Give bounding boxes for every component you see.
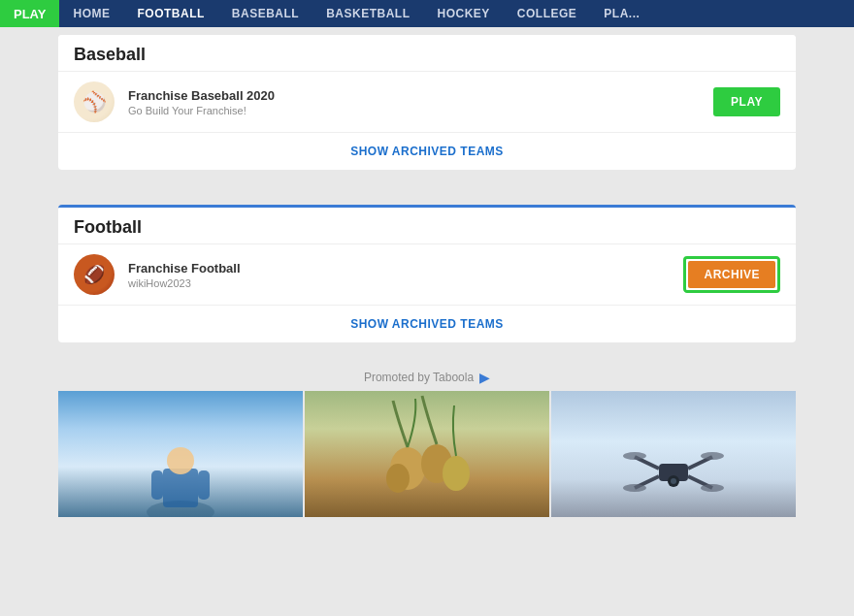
svg-rect-4 <box>198 470 210 500</box>
baseball-team-name: Franchise Baseball 2020 <box>128 88 713 103</box>
football-section: Football 🏈 Franchise Football wikiHow202… <box>58 205 796 342</box>
svg-point-2 <box>167 447 194 474</box>
baseball-show-archived[interactable]: SHOW ARCHIVED TEAMS <box>58 132 796 170</box>
football-title-bar: Football <box>58 208 796 243</box>
promoted-bar: Promoted by Taboola ▶ <box>58 360 796 391</box>
baseball-play-button[interactable]: PLAY <box>713 87 780 116</box>
baseball-title-bar: Baseball <box>58 35 796 71</box>
nav-item-hockey[interactable]: HOCKEY <box>423 0 503 27</box>
nav-item-football[interactable]: FOOTBALL <box>123 0 217 27</box>
ad-vegetables[interactable] <box>305 391 549 517</box>
nav-item-college[interactable]: COLLEGE <box>504 0 591 27</box>
football-team-subtitle: wikiHow2023 <box>128 277 683 289</box>
svg-point-14 <box>623 452 646 460</box>
main-content: Baseball ⚾ Franchise Baseball 2020 Go Bu… <box>0 35 854 517</box>
svg-point-19 <box>671 478 676 484</box>
nav-item-basketball[interactable]: BASKETBALL <box>312 0 423 27</box>
baseball-team-row: ⚾ Franchise Baseball 2020 Go Build Your … <box>58 71 796 132</box>
ad-drone[interactable] <box>551 391 796 517</box>
football-team-info: Franchise Football wikiHow2023 <box>128 261 683 289</box>
baseball-team-info: Franchise Baseball 2020 Go Build Your Fr… <box>128 88 713 116</box>
ad-row <box>58 391 796 517</box>
svg-point-7 <box>443 456 470 491</box>
football-team-row: 🏈 Franchise Football wikiHow2023 ARCHIVE <box>58 243 796 305</box>
main-nav: PLAY HOME FOOTBALL BASEBALL BASKETBALL H… <box>0 0 854 27</box>
football-team-name: Franchise Football <box>128 261 683 276</box>
baseball-team-subtitle: Go Build Your Franchise! <box>128 105 713 116</box>
baseball-section-title: Baseball <box>74 45 780 65</box>
football-section-title: Football <box>74 217 780 238</box>
football-archive-button[interactable]: ARCHIVE <box>688 261 775 288</box>
nav-play-button[interactable]: PLAY <box>0 0 59 27</box>
svg-point-8 <box>386 464 410 493</box>
nav-items: HOME FOOTBALL BASEBALL BASKETBALL HOCKEY… <box>59 0 653 27</box>
baseball-team-icon: ⚾ <box>74 81 115 122</box>
nav-item-baseball[interactable]: BASEBALL <box>218 0 312 27</box>
ad-child[interactable] <box>58 391 303 517</box>
nav-item-home[interactable]: HOME <box>59 0 123 27</box>
nav-item-more[interactable]: PLA... <box>590 0 653 27</box>
promoted-label: Promoted by Taboola <box>364 371 474 384</box>
baseball-section: Baseball ⚾ Franchise Baseball 2020 Go Bu… <box>58 35 796 170</box>
football-team-icon: 🏈 <box>74 254 115 295</box>
football-show-archived[interactable]: SHOW ARCHIVED TEAMS <box>58 305 796 342</box>
svg-rect-3 <box>151 470 163 500</box>
svg-point-16 <box>623 484 646 492</box>
archive-btn-wrapper: ARCHIVE <box>683 256 780 293</box>
svg-point-17 <box>701 484 724 492</box>
taboola-icon: ▶ <box>479 370 490 385</box>
svg-point-15 <box>701 452 724 460</box>
